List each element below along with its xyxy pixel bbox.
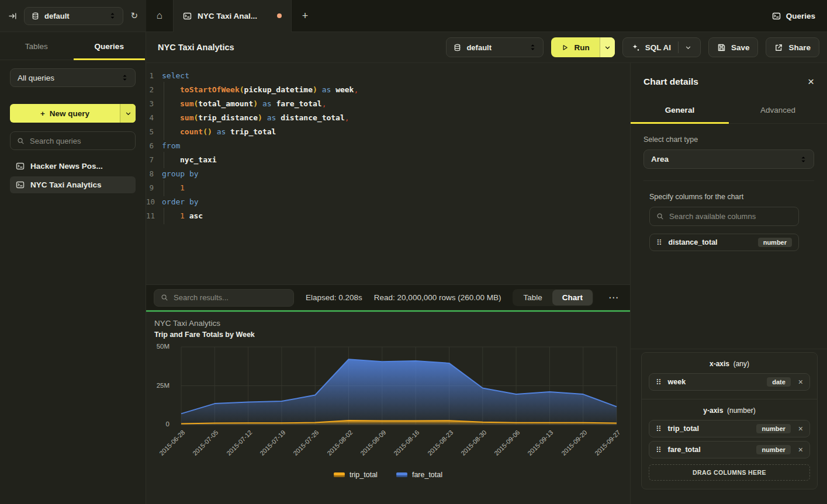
- sql-ai-dropdown[interactable]: [678, 41, 692, 53]
- line-number: 8: [146, 167, 162, 181]
- y-axis-column-trip-total[interactable]: ⠿ trip_total number ×: [649, 420, 810, 437]
- home-tab-button[interactable]: ⌂: [146, 0, 173, 32]
- legend-item-trip_total[interactable]: trip_total: [334, 471, 378, 479]
- column-type-badge: number: [756, 445, 790, 454]
- x-axis-label: 2015-07-05: [192, 429, 220, 457]
- tab-queries[interactable]: Queries: [73, 32, 146, 60]
- table-view-button[interactable]: Table: [513, 290, 552, 305]
- search-results-box[interactable]: [154, 289, 294, 307]
- view-toggle: Table Chart: [513, 289, 593, 306]
- close-icon[interactable]: ×: [808, 76, 814, 87]
- drag-handle-icon[interactable]: ⠿: [656, 239, 662, 246]
- code-text: 1 asc: [162, 209, 203, 223]
- chart-view-button[interactable]: Chart: [552, 290, 593, 305]
- share-button[interactable]: Share: [766, 37, 819, 57]
- database-selector-toolbar[interactable]: default: [446, 37, 544, 57]
- run-button-main[interactable]: Run: [551, 37, 599, 57]
- available-column-distance-total[interactable]: ⠿ distance_total number: [649, 234, 799, 251]
- code-line[interactable]: 2toStartOfWeek(pickup_datetime) as week,: [146, 83, 630, 97]
- code-line[interactable]: 6from: [146, 139, 630, 153]
- unsaved-changes-dot: [277, 13, 282, 18]
- x-axis-label: 2015-07-12: [225, 429, 253, 457]
- columns-section: Specify columns for the chart ⠿ distance…: [631, 181, 827, 251]
- drag-handle-icon[interactable]: ⠿: [656, 378, 662, 386]
- collapse-sidebar-button[interactable]: [8, 12, 17, 20]
- remove-column-icon[interactable]: ×: [798, 378, 803, 386]
- save-button[interactable]: Save: [708, 37, 759, 57]
- code-text: sum(trip_distance) as distance_total,: [162, 111, 350, 125]
- x-axis-label: 2015-08-02: [326, 429, 354, 457]
- search-results-input[interactable]: [174, 293, 287, 302]
- legend-label: fare_total: [412, 471, 442, 479]
- code-line[interactable]: 5count() as trip_total: [146, 125, 630, 139]
- queries-button[interactable]: Queries: [772, 0, 815, 32]
- tab-nyc-taxi-analytics[interactable]: NYC Taxi Anal...: [173, 0, 292, 32]
- tab-tables[interactable]: Tables: [0, 32, 73, 60]
- code-text: order by: [162, 195, 199, 209]
- chart-details-panel: Chart details × General Advanced Select …: [630, 63, 827, 504]
- sql-ai-button[interactable]: SQL AI: [622, 37, 701, 57]
- new-query-main[interactable]: +New query: [10, 104, 120, 123]
- search-queries-box[interactable]: [10, 131, 136, 150]
- query-list-item-nyc-taxi[interactable]: NYC Taxi Analytics: [10, 176, 136, 193]
- new-query-dropdown[interactable]: [120, 104, 136, 123]
- code-line[interactable]: 7nyc_taxi: [146, 153, 630, 167]
- code-line[interactable]: 3sum(total_amount) as fare_total,: [146, 97, 630, 111]
- code-text: nyc_taxi: [162, 153, 217, 167]
- query-list-item-hacker-news[interactable]: Hacker News Pos...: [10, 158, 136, 175]
- x-axis-section: x-axis (any) ⠿ week date ×: [642, 353, 817, 399]
- tab-strip: ⌂ NYC Taxi Anal... + Queries: [146, 0, 827, 32]
- more-options-button[interactable]: ⋯: [605, 291, 622, 304]
- new-tab-button[interactable]: +: [292, 0, 319, 32]
- code-line[interactable]: 10order by: [146, 195, 630, 209]
- query-item-label: Hacker News Pos...: [30, 162, 103, 171]
- arrow-to-bar-icon: [8, 12, 17, 20]
- column-name: trip_total: [668, 425, 699, 433]
- run-label: Run: [574, 43, 589, 52]
- tab-advanced[interactable]: Advanced: [729, 98, 827, 123]
- x-axis-header: x-axis (any): [649, 360, 810, 368]
- all-queries-select[interactable]: All queries: [10, 68, 136, 87]
- legend-swatch: [396, 472, 407, 477]
- line-number: 1: [146, 69, 162, 83]
- share-icon: [774, 43, 783, 52]
- area-chart-plot[interactable]: [181, 347, 617, 425]
- drag-handle-icon[interactable]: ⠿: [656, 425, 662, 433]
- code-line[interactable]: 1select: [146, 69, 630, 83]
- search-columns-input[interactable]: [669, 212, 792, 221]
- x-axis-constraint: (any): [733, 360, 749, 368]
- code-line[interactable]: 91: [146, 181, 630, 195]
- drag-handle-icon[interactable]: ⠿: [656, 446, 662, 454]
- remove-column-icon[interactable]: ×: [798, 425, 803, 433]
- code-line[interactable]: 111 asc: [146, 209, 630, 223]
- remove-column-icon[interactable]: ×: [798, 446, 803, 454]
- new-query-button[interactable]: +New query: [10, 104, 136, 123]
- sql-editor[interactable]: 1select2toStartOfWeek(pickup_datetime) a…: [146, 63, 630, 284]
- run-button[interactable]: Run: [551, 37, 614, 57]
- search-queries-input[interactable]: [30, 137, 129, 145]
- terminal-icon: [183, 12, 192, 20]
- database-icon: [454, 44, 461, 51]
- queries-button-label: Queries: [786, 12, 815, 20]
- legend-item-fare_total[interactable]: fare_total: [396, 471, 442, 479]
- refresh-button[interactable]: ↻: [130, 11, 138, 21]
- page-title: NYC Taxi Analytics: [158, 43, 234, 52]
- details-header: Chart details ×: [631, 63, 827, 98]
- chart-type-select[interactable]: Area: [643, 150, 814, 169]
- query-item-label: NYC Taxi Analytics: [30, 180, 102, 189]
- code-text: count() as trip_total: [162, 125, 276, 139]
- line-number: 6: [146, 139, 162, 153]
- search-columns-box[interactable]: [649, 207, 799, 226]
- sidebar: Tables Queries All queries +New query Ha…: [0, 32, 146, 504]
- x-axis-column-week[interactable]: ⠿ week date ×: [649, 373, 810, 391]
- line-number: 2: [146, 83, 162, 97]
- x-axis-label: 2015-07-26: [292, 429, 320, 457]
- database-selector-top[interactable]: default: [24, 7, 123, 25]
- code-line[interactable]: 4sum(trip_distance) as distance_total,: [146, 111, 630, 125]
- tab-general[interactable]: General: [631, 98, 729, 123]
- run-dropdown[interactable]: [600, 37, 615, 57]
- y-axis-column-fare-total[interactable]: ⠿ fare_total number ×: [649, 441, 810, 458]
- code-line[interactable]: 8group by: [146, 167, 630, 181]
- x-axis-label: 2015-07-19: [258, 429, 286, 457]
- drop-zone[interactable]: DRAG COLUMNS HERE: [649, 464, 810, 481]
